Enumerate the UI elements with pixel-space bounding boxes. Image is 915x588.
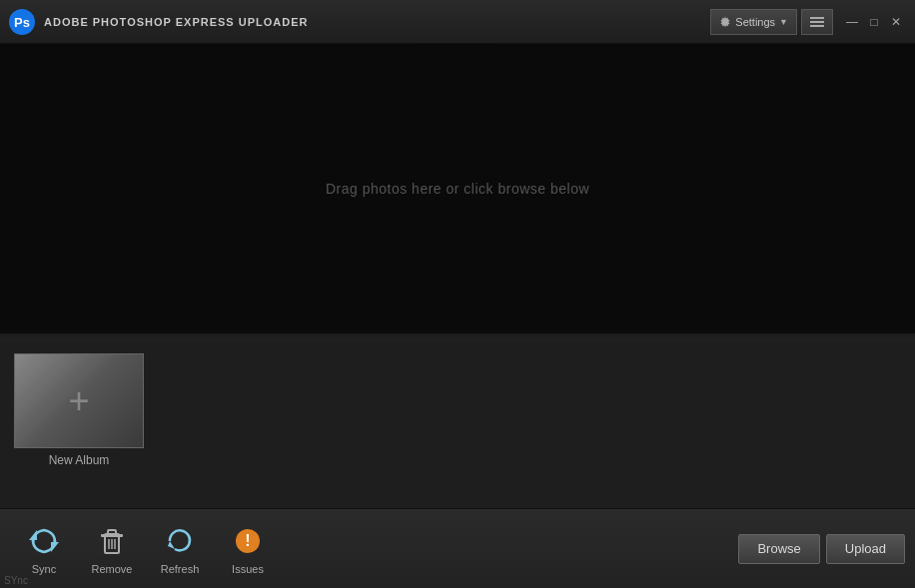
svg-rect-3 [810, 17, 824, 19]
titlebar: Ps ADOBE PHOTOSHOP EXPRESS UPLOADER Sett… [0, 0, 915, 44]
titlebar-right: Settings ▼ — □ ✕ [710, 9, 907, 35]
settings-button[interactable]: Settings ▼ [710, 9, 797, 35]
issues-label: Issues [232, 563, 264, 575]
window-controls: — □ ✕ [841, 11, 907, 33]
issues-icon-wrap: ! [230, 523, 266, 559]
sync-label: Sync [32, 563, 56, 575]
view-button[interactable] [801, 9, 833, 35]
toolbar-right: Browse Upload [738, 534, 905, 564]
separator [0, 333, 915, 341]
issues-button[interactable]: ! Issues [214, 515, 282, 583]
minimize-button[interactable]: — [841, 11, 863, 33]
app-logo: Ps [8, 8, 36, 36]
remove-label: Remove [92, 563, 133, 575]
svg-rect-10 [108, 530, 116, 535]
issues-icon: ! [233, 526, 263, 556]
maximize-button[interactable]: □ [863, 11, 885, 33]
refresh-icon [165, 526, 195, 556]
sync-text: SYnc [0, 573, 32, 588]
refresh-icon-wrap [162, 523, 198, 559]
drop-area[interactable]: Drag photos here or click browse below [0, 44, 915, 333]
svg-marker-14 [168, 541, 175, 549]
new-album-item[interactable]: + New Album [14, 353, 144, 467]
remove-icon [97, 526, 127, 556]
refresh-button[interactable]: Refresh [146, 515, 214, 583]
toolbar: Sync Remove Refresh [0, 508, 915, 588]
settings-label: Settings [735, 16, 775, 28]
drop-hint: Drag photos here or click browse below [326, 181, 589, 197]
gear-icon [719, 16, 731, 28]
new-album-label: New Album [49, 453, 110, 467]
refresh-label: Refresh [161, 563, 200, 575]
app-title: ADOBE PHOTOSHOP EXPRESS UPLOADER [44, 16, 308, 28]
close-button[interactable]: ✕ [885, 11, 907, 33]
album-area: + New Album [0, 341, 915, 508]
view-icon [810, 17, 824, 27]
svg-rect-4 [810, 21, 824, 23]
svg-marker-7 [51, 542, 59, 552]
titlebar-left: Ps ADOBE PHOTOSHOP EXPRESS UPLOADER [8, 8, 308, 36]
chevron-down-icon: ▼ [779, 17, 788, 27]
svg-text:Ps: Ps [14, 15, 30, 30]
sync-icon-wrap [26, 523, 62, 559]
remove-icon-wrap [94, 523, 130, 559]
upload-button[interactable]: Upload [826, 534, 905, 564]
new-album-plus: + [68, 383, 89, 419]
svg-text:!: ! [245, 532, 250, 549]
new-album-box: + [14, 353, 144, 448]
remove-button[interactable]: Remove [78, 515, 146, 583]
svg-rect-5 [810, 25, 824, 27]
browse-button[interactable]: Browse [738, 534, 819, 564]
sync-icon [29, 526, 59, 556]
